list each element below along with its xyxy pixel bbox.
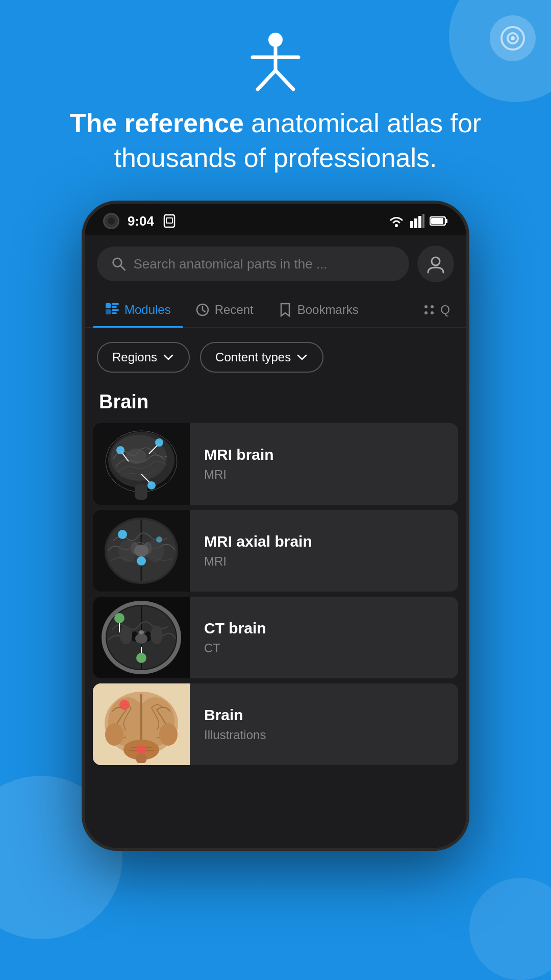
status-bar: 9:04 bbox=[85, 204, 466, 235]
svg-point-55 bbox=[134, 545, 148, 557]
svg-rect-25 bbox=[112, 309, 119, 311]
module-info-ct: CT brain CT bbox=[190, 607, 458, 668]
module-thumb-ct bbox=[93, 597, 190, 678]
filter-bar: Regions Content types bbox=[85, 328, 466, 387]
svg-point-32 bbox=[431, 305, 434, 308]
svg-point-57 bbox=[137, 556, 146, 566]
svg-rect-22 bbox=[106, 309, 111, 314]
camera-icon bbox=[103, 213, 119, 229]
module-item-mri-brain[interactable]: MRI brain MRI bbox=[93, 423, 458, 505]
module-type: Illustrations bbox=[204, 728, 444, 742]
chevron-down-icon-2 bbox=[296, 351, 308, 363]
svg-point-80 bbox=[159, 723, 178, 746]
svg-rect-17 bbox=[431, 218, 443, 224]
search-area bbox=[85, 235, 466, 292]
svg-point-68 bbox=[135, 633, 147, 644]
module-item-mri-axial[interactable]: MRI axial brain MRI bbox=[93, 510, 458, 592]
nav-tabs: Modules Recent Bookmarks bbox=[85, 292, 466, 328]
hero-icon bbox=[0, 31, 551, 92]
svg-point-46 bbox=[116, 446, 124, 454]
module-name: Brain bbox=[204, 706, 444, 724]
svg-point-33 bbox=[424, 311, 428, 314]
tab-modules-label: Modules bbox=[124, 303, 171, 317]
svg-line-6 bbox=[258, 70, 276, 89]
search-input[interactable] bbox=[134, 256, 395, 272]
profile-icon bbox=[426, 254, 445, 274]
battery-icon bbox=[430, 215, 448, 227]
filter-icon bbox=[422, 303, 436, 317]
svg-point-40 bbox=[126, 449, 146, 464]
module-type: MRI bbox=[204, 468, 444, 482]
module-thumb-illustration bbox=[93, 683, 190, 765]
tab-bookmarks[interactable]: Bookmarks bbox=[266, 292, 371, 327]
content-types-filter-label: Content types bbox=[215, 350, 291, 364]
svg-rect-13 bbox=[418, 216, 421, 228]
bg-circle-bottom-right bbox=[469, 878, 551, 980]
svg-point-79 bbox=[105, 723, 123, 746]
side-button bbox=[466, 418, 469, 459]
status-icons bbox=[388, 214, 448, 228]
svg-point-10 bbox=[395, 224, 398, 227]
svg-rect-11 bbox=[410, 221, 413, 228]
svg-point-54 bbox=[146, 540, 164, 562]
svg-rect-39 bbox=[135, 484, 147, 500]
section-title: Brain bbox=[85, 387, 466, 423]
module-thumb-mri-brain bbox=[93, 423, 190, 505]
phone-body: 9:04 bbox=[82, 201, 469, 851]
svg-point-44 bbox=[147, 481, 156, 489]
bookmarks-icon bbox=[278, 303, 292, 317]
tab-modules[interactable]: Modules bbox=[93, 292, 183, 327]
svg-point-72 bbox=[136, 653, 146, 663]
svg-rect-26 bbox=[112, 312, 117, 314]
hero-title: The reference anatomical atlas for thous… bbox=[0, 106, 551, 175]
tab-recent-label: Recent bbox=[215, 303, 254, 317]
module-item-ct-brain[interactable]: CT brain CT bbox=[93, 597, 458, 678]
svg-point-84 bbox=[119, 700, 130, 710]
module-info-mri-brain: MRI brain MRI bbox=[190, 434, 458, 494]
svg-line-29 bbox=[203, 310, 205, 312]
chevron-down-icon bbox=[162, 351, 174, 363]
svg-point-3 bbox=[268, 33, 283, 47]
tab-more-label: Q bbox=[440, 303, 450, 317]
mri-sagittal-image bbox=[93, 423, 190, 505]
svg-point-67 bbox=[151, 626, 163, 644]
svg-point-56 bbox=[118, 530, 127, 539]
module-info-illustration: Brain Illustrations bbox=[190, 694, 458, 754]
module-type: CT bbox=[204, 641, 444, 655]
svg-marker-30 bbox=[281, 304, 289, 316]
recent-icon bbox=[195, 303, 210, 317]
module-item-brain-illustration[interactable]: Brain Illustrations bbox=[93, 683, 458, 765]
tab-bookmarks-label: Bookmarks bbox=[297, 303, 359, 317]
svg-line-19 bbox=[120, 266, 124, 270]
brain-illustration bbox=[93, 683, 190, 765]
module-type: MRI bbox=[204, 554, 444, 569]
svg-rect-24 bbox=[112, 306, 117, 308]
sim-icon bbox=[162, 214, 177, 228]
search-icon bbox=[111, 256, 127, 272]
tab-more[interactable]: Q bbox=[414, 292, 458, 327]
svg-rect-9 bbox=[166, 218, 172, 223]
svg-point-31 bbox=[424, 305, 428, 308]
profile-button[interactable] bbox=[417, 246, 454, 282]
regions-filter[interactable]: Regions bbox=[97, 342, 190, 373]
module-list: MRI brain MRI bbox=[85, 423, 466, 765]
hero-section: The reference anatomical atlas for thous… bbox=[0, 0, 551, 175]
svg-rect-12 bbox=[414, 218, 417, 228]
svg-line-7 bbox=[276, 70, 293, 89]
content-types-filter[interactable]: Content types bbox=[200, 342, 323, 373]
svg-point-58 bbox=[156, 536, 162, 543]
regions-filter-label: Regions bbox=[112, 350, 157, 364]
module-name: MRI axial brain bbox=[204, 533, 444, 550]
svg-point-66 bbox=[120, 626, 132, 644]
svg-point-70 bbox=[114, 613, 124, 623]
search-bar[interactable] bbox=[97, 247, 409, 281]
module-info-mri-axial: MRI axial brain MRI bbox=[190, 521, 458, 581]
ct-image bbox=[93, 597, 190, 678]
tab-recent[interactable]: Recent bbox=[183, 292, 266, 327]
status-left: 9:04 bbox=[103, 213, 177, 229]
svg-rect-23 bbox=[112, 303, 119, 305]
svg-point-53 bbox=[118, 540, 137, 562]
svg-rect-14 bbox=[422, 214, 424, 228]
module-name: CT brain bbox=[204, 620, 444, 637]
svg-point-69 bbox=[139, 630, 144, 634]
